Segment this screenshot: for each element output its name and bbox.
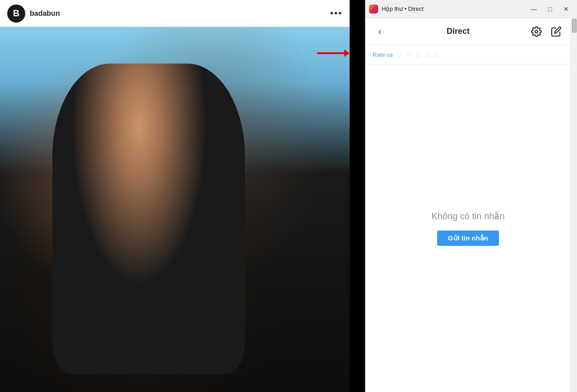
close-button[interactable]: ✕: [559, 4, 573, 14]
star-2[interactable]: ☆: [406, 50, 413, 60]
messages-area: Không có tin nhắn Gửi tin nhắn: [365, 65, 571, 392]
maximize-button[interactable]: □: [543, 4, 557, 14]
compose-icon: [551, 26, 562, 37]
settings-button[interactable]: [529, 24, 544, 39]
red-arrow-indicator: [317, 50, 350, 57]
send-message-button[interactable]: Gửi tin nhắn: [437, 231, 499, 246]
title-bar: Hộp thư • Direct — □ ✕: [365, 0, 577, 18]
direct-dialog: Hộp thư • Direct — □ ✕ ‹ Direct: [365, 0, 577, 392]
no-messages-label: Không có tin nhắn: [431, 211, 504, 221]
photo-background: [0, 27, 350, 392]
svg-point-0: [535, 30, 538, 33]
instagram-logo-area: B badabun: [7, 5, 60, 23]
arrow-head: [344, 50, 350, 57]
photo-area: [0, 27, 350, 392]
scrollbar[interactable]: [571, 18, 577, 392]
title-bar-left: Hộp thư • Direct: [369, 5, 424, 14]
direct-header: ‹ Direct: [365, 18, 571, 45]
direct-title: Direct: [447, 27, 470, 36]
star-5[interactable]: ☆: [433, 50, 440, 60]
instagram-username: badabun: [30, 9, 60, 18]
star-1[interactable]: ☆: [397, 50, 404, 60]
star-4[interactable]: ☆: [424, 50, 431, 60]
gear-icon: [531, 26, 542, 37]
instagram-topbar: B badabun •••: [0, 0, 350, 27]
dialog-inner: ‹ Direct: [365, 18, 571, 392]
rate-us-link[interactable]: Rate us: [373, 51, 393, 58]
logo-letter: B: [13, 8, 19, 18]
star-3[interactable]: ☆: [415, 50, 422, 60]
rate-us-bar: Rate us ☆ ☆ ☆ ☆ ☆: [365, 45, 571, 65]
window-controls: — □ ✕: [526, 4, 573, 14]
scrollbar-thumb[interactable]: [572, 19, 577, 32]
arrow-line: [317, 52, 344, 54]
compose-button[interactable]: [549, 24, 563, 39]
star-rating[interactable]: ☆ ☆ ☆ ☆ ☆: [397, 50, 440, 60]
title-bar-text: Hộp thư • Direct: [382, 5, 424, 12]
photo-figure: [52, 64, 245, 374]
more-options-button[interactable]: •••: [330, 8, 342, 18]
instagram-title-icon: [369, 5, 378, 14]
instagram-logo: B: [7, 5, 25, 23]
back-button[interactable]: ‹: [373, 24, 387, 39]
minimize-button[interactable]: —: [526, 4, 541, 14]
direct-actions: [529, 24, 563, 39]
